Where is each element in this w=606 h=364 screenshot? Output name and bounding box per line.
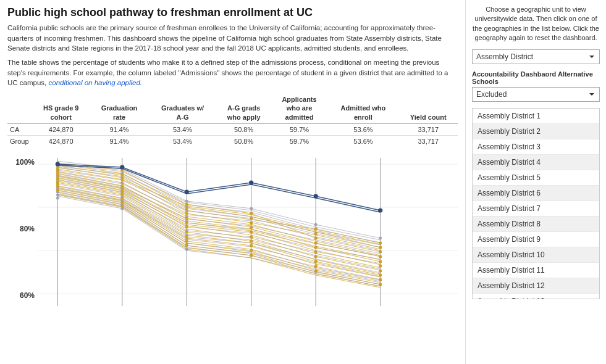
svg-point-42 [185,247,188,250]
svg-point-79 [56,170,59,173]
col-grad-rate: Graduationrate [90,93,148,123]
district-item[interactable]: Assembly District 7 [473,201,599,217]
svg-point-106 [250,217,253,220]
district-item[interactable]: Assembly District 5 [473,170,599,186]
svg-point-114 [250,254,253,257]
svg-point-100 [185,225,188,228]
svg-point-88 [120,178,124,181]
district-item[interactable]: Assembly District 6 [473,186,599,201]
svg-point-132 [379,273,382,276]
svg-point-98 [185,217,188,220]
col-admitted-enroll: Admitted whoenroll [327,93,398,123]
alt-schools-label: Accountability Dashbaord Alternative Sch… [472,70,600,85]
district-item[interactable]: Assembly District 10 [473,247,599,263]
svg-point-126 [379,246,382,249]
svg-point-129 [379,260,382,263]
svg-point-115 [314,227,318,230]
table-row-group: Group 424,870 91.4% 53.4% 50.8% 59.7% 53… [7,135,458,147]
svg-point-128 [379,255,382,258]
ca-grad-ag: 53.4% [149,123,217,135]
svg-point-108 [250,226,253,229]
svg-point-81 [56,176,59,180]
chart-y-labels: 100% 80% 60% [7,152,38,312]
col-hs-grade: HS grade 9cohort [32,93,90,123]
ca-yield: 33,717 [399,123,458,135]
right-panel: Choose a geographic unit to view univers… [465,0,606,364]
svg-point-140 [378,208,382,212]
svg-point-94 [120,204,124,207]
svg-point-90 [120,188,124,191]
y-label-100: 100% [7,158,38,167]
alt-schools-dropdown-container: Excluded Included [472,87,600,102]
svg-point-65 [379,236,382,239]
district-list[interactable]: Assembly District 1Assembly District 2As… [472,108,600,299]
district-item[interactable]: Assembly District 1 [473,109,599,124]
svg-point-80 [56,173,59,176]
svg-point-136 [120,165,124,169]
svg-point-32 [185,199,188,202]
svg-point-122 [314,260,318,263]
svg-point-92 [120,196,124,199]
district-item[interactable]: Assembly District 4 [473,155,599,170]
col-grad-ag: Graduates w/A-G [149,93,217,123]
svg-point-95 [185,202,188,205]
svg-point-91 [120,192,124,195]
svg-point-97 [185,212,188,215]
district-item[interactable]: Assembly District 8 [473,217,599,232]
svg-point-102 [185,235,188,238]
svg-point-104 [185,244,188,247]
chart-area: 100% 80% 60% [7,152,458,312]
svg-point-110 [250,235,253,238]
svg-point-83 [56,182,59,185]
ca-grad-rate: 91.4% [90,123,148,135]
group-ag-apply: 50.8% [217,135,271,147]
ca-applicants-admitted: 59.7% [271,123,328,135]
data-table: HS grade 9cohort Graduationrate Graduate… [7,93,458,147]
district-item[interactable]: Assembly District 12 [473,278,599,294]
geography-dropdown-container: Assembly District Senate District Region [472,49,600,64]
ca-hs-grade: 424,870 [32,123,90,135]
svg-point-109 [250,230,253,233]
geography-dropdown[interactable]: Assembly District Senate District Region [472,49,600,64]
page-title: Public high school pathway to freshman e… [7,6,458,19]
svg-point-117 [314,236,318,239]
alt-schools-dropdown[interactable]: Excluded Included [472,87,600,102]
svg-point-138 [249,180,253,184]
svg-point-131 [379,269,382,272]
svg-point-112 [250,244,253,247]
group-yield: 33,717 [399,135,458,147]
svg-point-130 [379,264,382,267]
district-item[interactable]: Assembly District 3 [473,139,599,155]
svg-point-116 [314,231,318,234]
district-item[interactable]: Assembly District 13 [473,294,599,299]
svg-point-84 [56,185,59,188]
svg-point-134 [379,283,382,286]
group-applicants-admitted: 59.7% [271,135,328,147]
svg-point-118 [314,241,318,244]
instruction-text: Choose a geographic unit to view univers… [472,5,600,43]
svg-point-101 [185,230,188,233]
svg-point-113 [250,249,253,252]
y-label-60: 60% [7,291,38,300]
svg-point-133 [379,278,382,281]
svg-point-121 [314,255,318,258]
svg-point-54 [314,223,318,226]
col-yield: Yield count [399,93,458,123]
y-label-80: 80% [7,225,38,233]
col-applicants-admitted: Applicantswho areadmitted [271,93,328,123]
district-item[interactable]: Assembly District 2 [473,124,599,139]
col-ag-apply: A-G gradswho apply [217,93,271,123]
svg-point-43 [250,207,253,210]
svg-point-89 [120,184,124,187]
group-admitted-enroll: 53.6% [327,135,398,147]
ca-admitted-enroll: 53.6% [327,123,398,135]
svg-point-123 [314,264,318,267]
svg-point-137 [185,189,189,194]
chart-svg [38,152,458,312]
district-item[interactable]: Assembly District 9 [473,232,599,247]
row-label-ca: CA [7,123,32,135]
district-item[interactable]: Assembly District 11 [473,263,599,278]
group-hs-grade: 424,870 [32,135,90,147]
svg-point-111 [250,239,253,242]
svg-point-135 [56,162,60,166]
